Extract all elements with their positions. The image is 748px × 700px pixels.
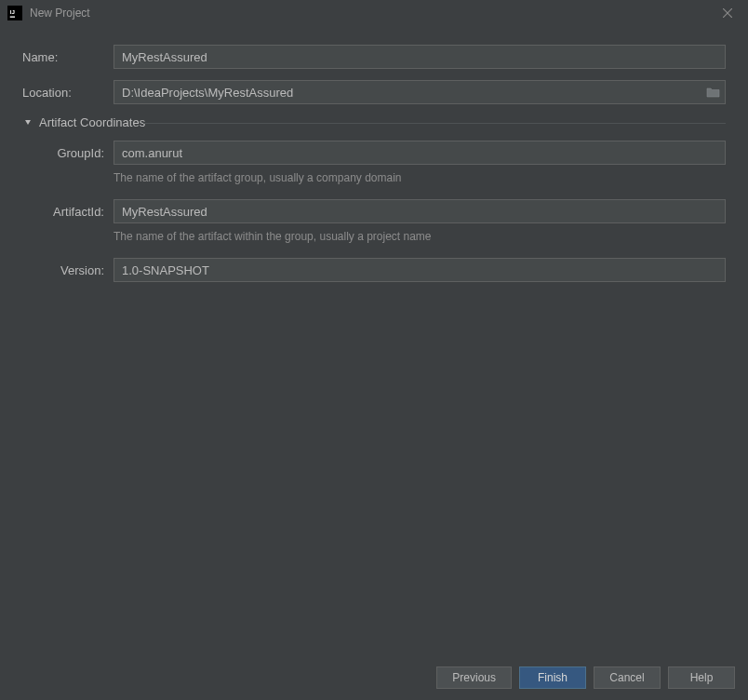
name-row: Name: [22, 45, 726, 69]
svg-rect-2 [10, 17, 15, 18]
location-input[interactable] [114, 80, 726, 104]
groupid-hint-row: The name of the artifact group, usually … [114, 170, 726, 184]
artifactid-row: ArtifactId: [22, 199, 726, 223]
finish-button[interactable]: Finish [519, 666, 586, 689]
svg-text:IJ: IJ [10, 8, 15, 15]
previous-button[interactable]: Previous [436, 666, 512, 689]
version-label: Version: [22, 263, 114, 277]
version-input[interactable] [114, 258, 726, 282]
artifactid-input[interactable] [114, 199, 726, 223]
window-title: New Project [30, 7, 715, 20]
name-label: Name: [22, 50, 114, 64]
artifact-section-header[interactable]: Artifact Coordinates [22, 115, 726, 129]
close-button[interactable] [715, 0, 741, 26]
artifactid-hint: The name of the artifact within the grou… [114, 230, 432, 243]
svg-marker-5 [25, 120, 31, 125]
cancel-button[interactable]: Cancel [594, 666, 661, 689]
groupid-label: GroupId: [22, 146, 114, 160]
disclosure-triangle-icon [22, 117, 33, 128]
titlebar: IJ New Project [0, 0, 748, 26]
artifactid-label: ArtifactId: [22, 205, 114, 219]
location-row: Location: [22, 80, 726, 104]
groupid-hint: The name of the artifact group, usually … [114, 171, 402, 184]
version-row: Version: [22, 258, 726, 282]
browse-folder-icon[interactable] [705, 84, 722, 101]
artifactid-hint-row: The name of the artifact within the grou… [114, 229, 726, 243]
content-area: Name: Location: Artifact Coordinates Gro… [0, 26, 748, 282]
button-bar: Previous Finish Cancel Help [436, 666, 735, 689]
app-icon: IJ [7, 6, 22, 20]
section-title: Artifact Coordinates [39, 115, 145, 129]
groupid-input[interactable] [114, 141, 726, 165]
name-input[interactable] [114, 45, 726, 69]
location-label: Location: [22, 86, 114, 100]
help-button[interactable]: Help [668, 666, 735, 689]
groupid-row: GroupId: [22, 141, 726, 165]
